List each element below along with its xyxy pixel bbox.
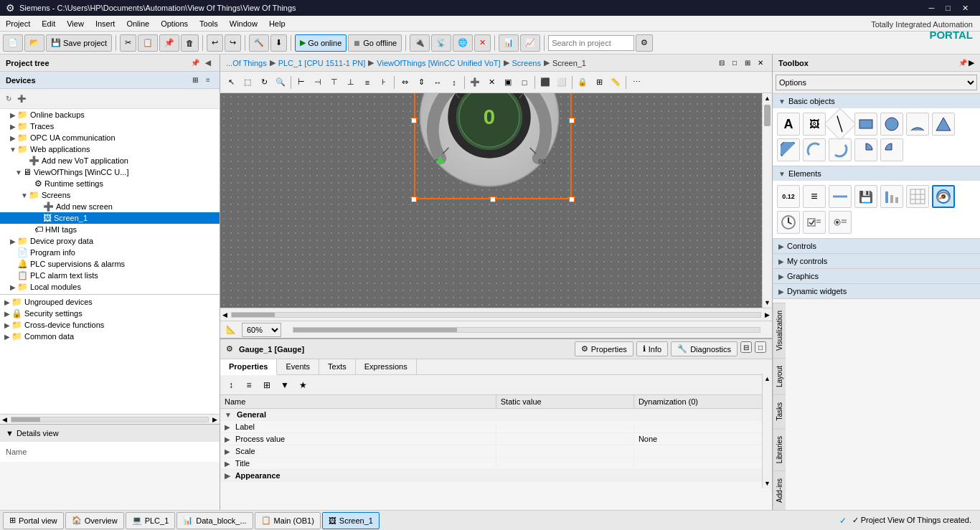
tree-add-btn[interactable]: ➕ (16, 93, 27, 105)
tree-item-device-proxy[interactable]: ▶ 📁 Device proxy data (0, 235, 220, 247)
tool-arc[interactable] (803, 138, 826, 161)
bc-float-btn[interactable]: ⊞ (742, 57, 753, 69)
vscroll-up-btn[interactable]: ▲ (763, 93, 772, 103)
same-width[interactable]: ↔ (430, 75, 446, 90)
filter-btn[interactable]: ▼ (277, 377, 293, 393)
tool-ellipse[interactable] (880, 113, 903, 136)
side-tab-libraries[interactable]: Libraries (773, 428, 786, 470)
expand-btn[interactable]: ⊞ (259, 377, 275, 393)
tree-item-plc-alarm[interactable]: 📋 PLC alarm text lists (0, 270, 220, 281)
align-center[interactable]: ⊣ (310, 75, 326, 90)
scroll-thumb[interactable] (11, 417, 209, 422)
maximize-btn[interactable]: □ (940, 4, 956, 12)
send-back[interactable]: ⬜ (554, 75, 570, 90)
dynamic-widgets-header[interactable]: ▶ Dynamic widgets (773, 284, 980, 298)
bc-max-btn[interactable]: □ (729, 57, 740, 69)
tool-checkbox[interactable] (803, 211, 826, 234)
vscroll-track[interactable] (763, 103, 772, 298)
tool-image[interactable]: 🖼 (803, 113, 826, 136)
toolbox-options-select[interactable]: Options (776, 75, 977, 90)
breadcrumb-item-3[interactable]: Screens (512, 59, 541, 67)
tree-item-traces[interactable]: ▶ 📁 Traces (0, 120, 220, 132)
menu-window[interactable]: Window (224, 18, 263, 29)
go-offline-btn[interactable]: ⏹ Go offline (348, 34, 402, 52)
minimize-btn[interactable]: ─ (923, 4, 941, 12)
toolbox-collapse-btn[interactable]: ▶ (969, 59, 974, 67)
online-tools-btn[interactable]: 🔌 (410, 34, 430, 52)
resize-handle-mr[interactable] (569, 118, 575, 123)
pvscroll-down[interactable]: ▼ (763, 478, 772, 488)
overview-btn[interactable]: 🏠 Overview (65, 512, 124, 529)
cross-btn[interactable]: ✕ (484, 75, 499, 90)
select-tool[interactable]: ↖ (223, 75, 239, 90)
align-middle[interactable]: ≡ (359, 75, 375, 90)
menu-options[interactable]: Options (155, 18, 194, 29)
panel-pin-btn[interactable]: 📌 (189, 57, 201, 69)
tab-events[interactable]: Events (277, 359, 319, 374)
pvscroll-up[interactable]: ▲ (763, 374, 772, 384)
breadcrumb-item-0[interactable]: ...Of Things (226, 59, 267, 67)
side-tab-tasks[interactable]: Tasks (773, 394, 786, 428)
graphics-header[interactable]: ▶ Graphics (773, 269, 980, 283)
bc-restore-btn[interactable]: ⊟ (716, 57, 727, 69)
align-left[interactable]: ⊢ (293, 75, 309, 90)
align-bottom[interactable]: ⊦ (376, 75, 392, 90)
compile-btn[interactable]: 🔨 (249, 34, 269, 52)
tree-item-screen1[interactable]: 🖼 Screen_1 (0, 212, 220, 224)
add-btn[interactable]: ➕ (467, 75, 483, 90)
search-input[interactable] (548, 35, 634, 51)
resize-handle-br[interactable] (569, 197, 575, 202)
tool-arc2[interactable] (829, 138, 852, 161)
props-max-btn[interactable]: □ (755, 341, 766, 353)
prop-row-title[interactable]: ▶ Title (220, 458, 772, 470)
tab-expressions[interactable]: Expressions (356, 359, 417, 374)
tool-gauge[interactable] (932, 185, 955, 208)
tool-tri[interactable] (932, 113, 955, 136)
tool-text[interactable]: A (777, 113, 800, 136)
align-top[interactable]: ⊥ (343, 75, 359, 90)
gauge-element[interactable]: 0 0 20 40 60 80 (414, 93, 572, 199)
tree-item-add-screen[interactable]: ➕ Add new screen (0, 201, 220, 212)
netview-btn[interactable]: 🌐 (453, 34, 473, 52)
sort-btn[interactable]: ↕ (223, 377, 239, 393)
tree-item-runtime-settings[interactable]: ⚙ Runtime settings (0, 178, 220, 189)
canvas-hscroll-bar[interactable]: ◀ ▶ (220, 308, 772, 321)
section-appearance[interactable]: ▶ Appearance (220, 470, 772, 482)
side-tab-visualization[interactable]: Visualization (773, 303, 786, 358)
lock-btn[interactable]: 🔒 (575, 75, 590, 90)
props-table-scroll[interactable]: Name Static value Dynamization (0) ▼ Gen… (220, 395, 772, 510)
dist-horiz[interactable]: ⇔ (397, 75, 413, 90)
zoom-tool[interactable]: 🔍 (273, 75, 288, 90)
category-btn[interactable]: ≡ (241, 377, 257, 393)
resize-handle-ml[interactable] (411, 118, 417, 123)
tree-item-hmi-tags[interactable]: 🏷 HMI tags (0, 224, 220, 235)
ruler-btn[interactable]: 📏 (608, 75, 623, 90)
hscroll-right-btn[interactable]: ▶ (763, 311, 772, 318)
bring-front[interactable]: ⬛ (537, 75, 553, 90)
tool-clock[interactable] (777, 211, 800, 234)
hscroll-left-btn[interactable]: ◀ (220, 311, 230, 318)
panel-collapse-btn[interactable]: ◀ (202, 57, 214, 69)
close-btn[interactable]: ✕ (956, 4, 974, 13)
elements-header[interactable]: ▼ Elements (773, 166, 980, 181)
tree-scroll-bar[interactable]: ◀ ▶ (0, 414, 220, 424)
diagnostics-tab-btn[interactable]: 🔧 Diagnostics (671, 341, 738, 356)
scroll-left-btn[interactable]: ◀ (0, 416, 9, 423)
tool-line[interactable]: ╱ (824, 108, 856, 140)
marquee-tool[interactable]: ⬚ (240, 75, 255, 90)
tree-item-add-vot[interactable]: ➕ Add new VoT application (0, 155, 220, 166)
star-btn[interactable]: ★ (295, 377, 311, 393)
controls-header[interactable]: ▶ Controls (773, 239, 980, 253)
list-view-btn[interactable]: ≡ (202, 75, 214, 86)
tree-item-common-data[interactable]: ▶ 📁 Common data (0, 331, 220, 342)
zoom-slider[interactable] (293, 327, 760, 333)
tree-item-ungrouped[interactable]: ▶ 📁 Ungrouped devices (0, 296, 220, 308)
tab-properties[interactable]: Properties (220, 359, 277, 375)
grid-snap[interactable]: ⊞ (591, 75, 607, 90)
screen1-btn[interactable]: 🖼 Screen_1 (322, 512, 380, 529)
more-tools[interactable]: ⋯ (628, 75, 644, 90)
open-btn[interactable]: 📂 (24, 34, 44, 52)
tool-pie[interactable] (854, 138, 877, 161)
align-right[interactable]: ⊤ (326, 75, 342, 90)
menu-edit[interactable]: Edit (36, 18, 61, 29)
